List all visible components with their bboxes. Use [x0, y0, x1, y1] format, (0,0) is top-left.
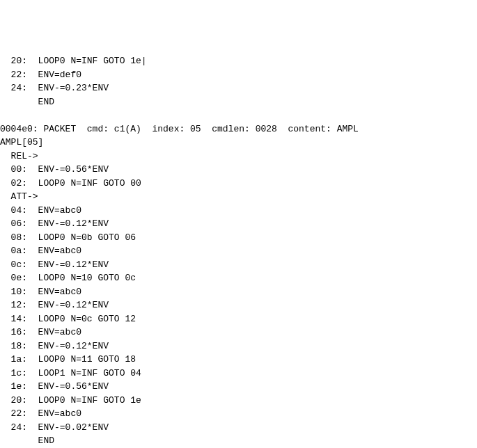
code-line: 24: ENV-=0.02*ENV	[0, 421, 477, 435]
code-line: 1a: LOOP0 N=11 GOTO 18	[0, 353, 477, 367]
code-line: 22: ENV=def0	[0, 68, 477, 82]
code-line: 14: LOOP0 N=0c GOTO 12	[0, 312, 477, 326]
code-line: 0a: ENV=abc0	[0, 244, 477, 258]
code-line: ATT->	[0, 190, 477, 204]
code-line: END	[0, 434, 477, 448]
code-line: 0004e0: PACKET cmd: c1(A) index: 05 cmdl…	[0, 122, 477, 136]
code-line: 20: LOOP0 N=INF GOTO 1e|	[0, 54, 477, 68]
code-line: 12: ENV-=0.12*ENV	[0, 298, 477, 312]
code-line: 1c: LOOP1 N=INF GOTO 04	[0, 367, 477, 381]
code-line: 18: ENV-=0.12*ENV	[0, 339, 477, 353]
code-line: 10: ENV=abc0	[0, 285, 477, 299]
code-line: 1e: ENV-=0.56*ENV	[0, 380, 477, 394]
code-listing: 20: LOOP0 N=INF GOTO 1e| 22: ENV=def0 24…	[0, 54, 477, 448]
code-line: END	[0, 95, 477, 109]
code-line: 06: ENV-=0.12*ENV	[0, 217, 477, 231]
code-line: 16: ENV=abc0	[0, 326, 477, 339]
code-line: REL->	[0, 150, 477, 163]
code-line: AMPL[05]	[0, 136, 477, 150]
code-line: 02: LOOP0 N=INF GOTO 00	[0, 177, 477, 191]
code-line: 0e: LOOP0 N=10 GOTO 0c	[0, 271, 477, 285]
code-line: 00: ENV-=0.56*ENV	[0, 163, 477, 177]
code-line: 24: ENV-=0.23*ENV	[0, 81, 477, 95]
code-line: 0c: ENV-=0.12*ENV	[0, 258, 477, 272]
code-line	[0, 109, 477, 122]
code-line: 22: ENV=abc0	[0, 407, 477, 421]
code-line: 08: LOOP0 N=0b GOTO 06	[0, 231, 477, 245]
code-line: 20: LOOP0 N=INF GOTO 1e	[0, 394, 477, 408]
code-line: 04: ENV=abc0	[0, 204, 477, 218]
